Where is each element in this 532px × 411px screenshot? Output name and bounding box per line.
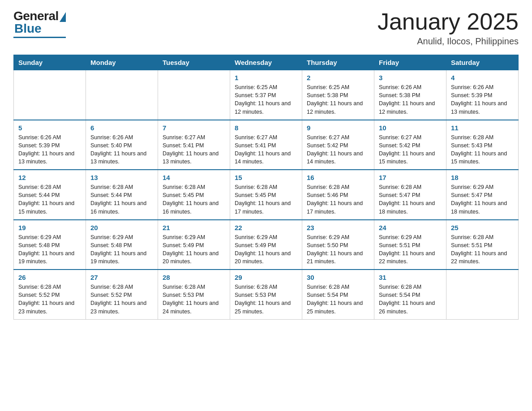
day-number: 24: [379, 224, 442, 231]
table-row: 1Sunrise: 6:25 AMSunset: 5:37 PMDaylight…: [230, 70, 302, 120]
day-info: Sunrise: 6:28 AMSunset: 5:53 PMDaylight:…: [163, 283, 225, 316]
day-info: Sunrise: 6:26 AMSunset: 5:39 PMDaylight:…: [18, 133, 81, 166]
day-number: 11: [451, 124, 514, 132]
logo-blue-text: Blue: [14, 21, 42, 36]
col-tuesday: Tuesday: [158, 55, 230, 70]
day-info: Sunrise: 6:28 AMSunset: 5:54 PMDaylight:…: [379, 283, 442, 316]
table-row: 15Sunrise: 6:28 AMSunset: 5:45 PMDayligh…: [230, 170, 302, 220]
day-info: Sunrise: 6:28 AMSunset: 5:45 PMDaylight:…: [235, 183, 297, 216]
calendar-header-row: Sunday Monday Tuesday Wednesday Thursday…: [14, 55, 519, 70]
day-info: Sunrise: 6:28 AMSunset: 5:44 PMDaylight:…: [18, 183, 81, 216]
day-number: 12: [18, 174, 81, 181]
location-text: Anulid, Ilocos, Philippines: [378, 36, 519, 47]
col-thursday: Thursday: [302, 55, 374, 70]
table-row: 7Sunrise: 6:27 AMSunset: 5:41 PMDaylight…: [158, 120, 230, 170]
table-row: 25Sunrise: 6:28 AMSunset: 5:51 PMDayligh…: [446, 220, 519, 270]
table-row: 12Sunrise: 6:28 AMSunset: 5:44 PMDayligh…: [14, 170, 86, 220]
day-number: 25: [451, 224, 514, 231]
calendar-table: Sunday Monday Tuesday Wednesday Thursday…: [13, 55, 519, 320]
day-number: 8: [235, 124, 297, 132]
table-row: 19Sunrise: 6:29 AMSunset: 5:48 PMDayligh…: [14, 220, 86, 270]
table-row: 10Sunrise: 6:27 AMSunset: 5:42 PMDayligh…: [374, 120, 446, 170]
month-title: January 2025: [378, 9, 519, 34]
day-info: Sunrise: 6:28 AMSunset: 5:44 PMDaylight:…: [90, 183, 153, 216]
table-row: 8Sunrise: 6:27 AMSunset: 5:41 PMDaylight…: [230, 120, 302, 170]
day-number: 23: [307, 224, 369, 231]
day-info: Sunrise: 6:27 AMSunset: 5:41 PMDaylight:…: [235, 133, 297, 166]
table-row: 21Sunrise: 6:29 AMSunset: 5:49 PMDayligh…: [158, 220, 230, 270]
day-number: 31: [379, 274, 442, 281]
table-row: 23Sunrise: 6:29 AMSunset: 5:50 PMDayligh…: [302, 220, 374, 270]
col-monday: Monday: [86, 55, 158, 70]
day-info: Sunrise: 6:28 AMSunset: 5:45 PMDaylight:…: [163, 183, 225, 216]
day-info: Sunrise: 6:28 AMSunset: 5:52 PMDaylight:…: [90, 283, 153, 316]
day-number: 29: [235, 274, 297, 281]
calendar-week-row: 1Sunrise: 6:25 AMSunset: 5:37 PMDaylight…: [14, 70, 519, 120]
day-info: Sunrise: 6:29 AMSunset: 5:48 PMDaylight:…: [90, 233, 153, 266]
table-row: 26Sunrise: 6:28 AMSunset: 5:52 PMDayligh…: [14, 270, 86, 319]
day-number: 13: [90, 174, 153, 181]
table-row: 31Sunrise: 6:28 AMSunset: 5:54 PMDayligh…: [374, 270, 446, 319]
col-saturday: Saturday: [446, 55, 519, 70]
day-number: 3: [379, 74, 442, 81]
table-row: [14, 70, 86, 120]
page-header: General Blue January 2025 Anulid, Ilocos…: [13, 9, 519, 47]
day-number: 6: [90, 124, 153, 132]
day-info: Sunrise: 6:28 AMSunset: 5:54 PMDaylight:…: [307, 283, 369, 316]
table-row: 11Sunrise: 6:28 AMSunset: 5:43 PMDayligh…: [446, 120, 519, 170]
table-row: 16Sunrise: 6:28 AMSunset: 5:46 PMDayligh…: [302, 170, 374, 220]
calendar-week-row: 19Sunrise: 6:29 AMSunset: 5:48 PMDayligh…: [14, 220, 519, 270]
day-number: 2: [307, 74, 369, 81]
day-number: 26: [18, 274, 81, 281]
table-row: 30Sunrise: 6:28 AMSunset: 5:54 PMDayligh…: [302, 270, 374, 319]
table-row: 14Sunrise: 6:28 AMSunset: 5:45 PMDayligh…: [158, 170, 230, 220]
table-row: [158, 70, 230, 120]
day-number: 17: [379, 174, 442, 181]
day-info: Sunrise: 6:29 AMSunset: 5:49 PMDaylight:…: [163, 233, 225, 266]
day-info: Sunrise: 6:26 AMSunset: 5:40 PMDaylight:…: [90, 133, 153, 166]
day-info: Sunrise: 6:26 AMSunset: 5:38 PMDaylight:…: [379, 83, 442, 116]
day-info: Sunrise: 6:28 AMSunset: 5:52 PMDaylight:…: [18, 283, 81, 316]
day-info: Sunrise: 6:29 AMSunset: 5:47 PMDaylight:…: [451, 183, 514, 216]
day-number: 16: [307, 174, 369, 181]
day-number: 14: [163, 174, 225, 181]
day-number: 18: [451, 174, 514, 181]
day-info: Sunrise: 6:29 AMSunset: 5:51 PMDaylight:…: [379, 233, 442, 266]
table-row: 24Sunrise: 6:29 AMSunset: 5:51 PMDayligh…: [374, 220, 446, 270]
day-number: 4: [451, 74, 514, 81]
day-info: Sunrise: 6:25 AMSunset: 5:37 PMDaylight:…: [235, 83, 297, 116]
day-number: 22: [235, 224, 297, 231]
table-row: 9Sunrise: 6:27 AMSunset: 5:42 PMDaylight…: [302, 120, 374, 170]
day-number: 30: [307, 274, 369, 281]
day-number: 15: [235, 174, 297, 181]
calendar-week-row: 26Sunrise: 6:28 AMSunset: 5:52 PMDayligh…: [14, 270, 519, 319]
table-row: 27Sunrise: 6:28 AMSunset: 5:52 PMDayligh…: [86, 270, 158, 319]
table-row: 2Sunrise: 6:25 AMSunset: 5:38 PMDaylight…: [302, 70, 374, 120]
col-wednesday: Wednesday: [230, 55, 302, 70]
table-row: 5Sunrise: 6:26 AMSunset: 5:39 PMDaylight…: [14, 120, 86, 170]
day-info: Sunrise: 6:28 AMSunset: 5:47 PMDaylight:…: [379, 183, 442, 216]
calendar-week-row: 5Sunrise: 6:26 AMSunset: 5:39 PMDaylight…: [14, 120, 519, 170]
table-row: 6Sunrise: 6:26 AMSunset: 5:40 PMDaylight…: [86, 120, 158, 170]
col-friday: Friday: [374, 55, 446, 70]
day-info: Sunrise: 6:25 AMSunset: 5:38 PMDaylight:…: [307, 83, 369, 116]
table-row: 29Sunrise: 6:28 AMSunset: 5:53 PMDayligh…: [230, 270, 302, 319]
day-number: 9: [307, 124, 369, 132]
col-sunday: Sunday: [14, 55, 86, 70]
day-info: Sunrise: 6:26 AMSunset: 5:39 PMDaylight:…: [451, 83, 514, 116]
day-info: Sunrise: 6:29 AMSunset: 5:50 PMDaylight:…: [307, 233, 369, 266]
table-row: [86, 70, 158, 120]
day-number: 28: [163, 274, 225, 281]
day-info: Sunrise: 6:27 AMSunset: 5:42 PMDaylight:…: [379, 133, 442, 166]
table-row: 18Sunrise: 6:29 AMSunset: 5:47 PMDayligh…: [446, 170, 519, 220]
day-info: Sunrise: 6:29 AMSunset: 5:48 PMDaylight:…: [18, 233, 81, 266]
day-number: 20: [90, 224, 153, 231]
table-row: 20Sunrise: 6:29 AMSunset: 5:48 PMDayligh…: [86, 220, 158, 270]
calendar-week-row: 12Sunrise: 6:28 AMSunset: 5:44 PMDayligh…: [14, 170, 519, 220]
table-row: 28Sunrise: 6:28 AMSunset: 5:53 PMDayligh…: [158, 270, 230, 319]
day-info: Sunrise: 6:28 AMSunset: 5:43 PMDaylight:…: [451, 133, 514, 166]
table-row: 4Sunrise: 6:26 AMSunset: 5:39 PMDaylight…: [446, 70, 519, 120]
day-number: 1: [235, 74, 297, 81]
day-info: Sunrise: 6:29 AMSunset: 5:49 PMDaylight:…: [235, 233, 297, 266]
day-number: 7: [163, 124, 225, 132]
